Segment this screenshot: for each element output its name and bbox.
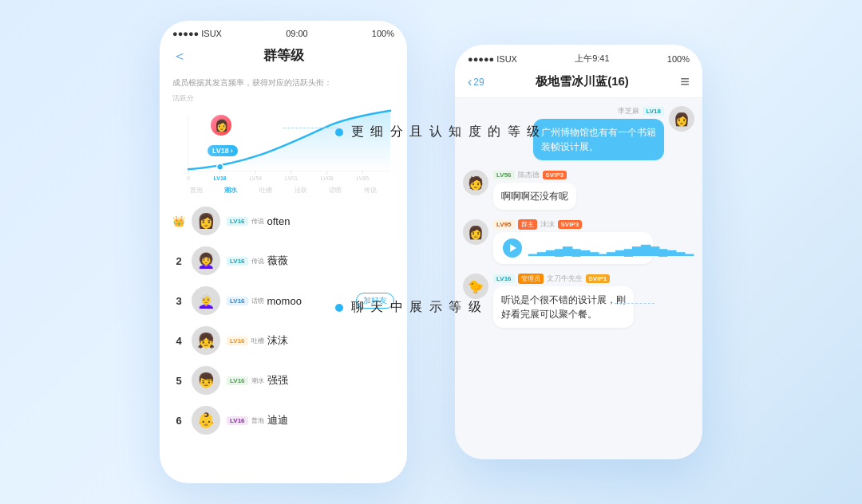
- user-avatar: 👧: [192, 326, 220, 355]
- chat-back-count: 29: [473, 77, 484, 88]
- svg-text:0: 0: [187, 175, 190, 181]
- svg-point-2: [217, 163, 223, 170]
- msg-content: LV95 群主 沫沫 SVIP3 ▁▂▃▄▅▄▃▂▁▂▃▄▅▆▅▄▃▂▁ 58": [493, 219, 653, 264]
- vip-badge: SVIP3: [558, 220, 583, 229]
- level-name: 吐槽: [251, 337, 264, 345]
- user-name: momoo: [267, 295, 302, 307]
- chart-lv-badge: LV18 ›: [208, 145, 238, 156]
- msg-meta: LV95 群主 沫沫 SVIP3: [493, 219, 653, 230]
- rank-number: 2: [172, 255, 185, 267]
- message-row-self: 👩 LV18 李芝麻 广州博物馆也有有一个书籍装帧设计展。: [463, 106, 694, 160]
- svg-text:LV01: LV01: [285, 175, 298, 181]
- msg-avatar: 🧑: [463, 170, 488, 195]
- chat-menu-button[interactable]: ≡: [680, 73, 690, 91]
- user-name: often: [267, 215, 291, 227]
- user-avatar: 👩‍🦱: [192, 246, 220, 275]
- rank-number: 3: [172, 295, 185, 307]
- user-avatar: 👩: [192, 207, 220, 235]
- vip-badge: SVIP3: [543, 171, 567, 179]
- chat-back-button[interactable]: ‹ 29: [468, 75, 484, 89]
- user-info: LV16 潮水 强强: [227, 373, 394, 388]
- left-phone: ●●●●● ISUX 09:00 100% ＜ 群等级 成员根据其发言频率，获得…: [160, 21, 407, 483]
- battery-left: 100%: [372, 29, 394, 38]
- message-bubble: 广州博物馆也有有一个书籍装帧设计展。: [533, 119, 664, 160]
- user-info: LV16 吐槽 沫沫: [227, 333, 394, 348]
- rank-list: 👑 👩 LV16 传说 often 2 👩‍🦱 LV16 传说 薇薇: [160, 198, 407, 483]
- msg-username: 文刀牛先生: [547, 274, 583, 284]
- user-info: LV16 话唠 momoo: [227, 295, 350, 307]
- msg-username: 沫沫: [540, 219, 555, 230]
- list-item: 3 👩‍🦳 LV16 话唠 momoo 加好友: [160, 281, 407, 321]
- message-row-other: 🧑 LV56 陈杰德 SVIP3 啊啊啊还没有呢: [463, 170, 694, 210]
- lv-tag: LV16: [227, 337, 248, 345]
- user-avatar: 👦: [192, 366, 220, 395]
- msg-avatar: 👩: [463, 219, 488, 245]
- battery-right: 100%: [667, 54, 690, 64]
- level-name: 传说: [251, 217, 264, 226]
- list-item: 5 👦 LV16 潮水 强强: [160, 360, 407, 400]
- svg-text:LV08: LV08: [321, 175, 334, 181]
- svg-text:LV85: LV85: [356, 175, 369, 181]
- msg-content: LV16 管理员 文刀牛先生 SVIP1 听说是个很不错的设计展，刚好看完展可以…: [493, 274, 634, 328]
- voice-message[interactable]: ▁▂▃▄▅▄▃▂▁▂▃▄▅▆▅▄▃▂▁ 58": [493, 232, 653, 264]
- lv-tag: LV16: [227, 416, 248, 425]
- user-name: 沫沫: [267, 333, 288, 348]
- user-name: 迪迪: [267, 413, 288, 427]
- vip-badge: SVIP1: [586, 274, 611, 283]
- back-arrow-icon: ‹: [468, 75, 472, 89]
- chat-messages: 👩 LV18 李芝麻 广州博物馆也有有一个书籍装帧设计展。 🧑 LV56 陈杰德: [455, 98, 702, 459]
- msg-meta: LV56 陈杰德 SVIP3: [493, 170, 576, 180]
- level-name: 传说: [251, 257, 264, 266]
- back-button-left[interactable]: ＜: [172, 46, 187, 65]
- msg-username: 李芝麻: [618, 106, 639, 116]
- msg-avatar: 🐤: [463, 274, 488, 299]
- play-button[interactable]: [503, 238, 522, 258]
- right-phone: ●●●●● ISUX 上午9:41 100% ‹ 29 极地雪冰川蓝(16) ≡…: [455, 45, 702, 459]
- page-title-left: 群等级: [263, 46, 304, 65]
- message-bubble: 听说是个很不错的设计展，刚好看完展可以聚个餐。: [493, 286, 634, 328]
- list-item: 2 👩‍🦱 LV16 传说 薇薇: [160, 241, 407, 281]
- msg-meta: LV18 李芝麻: [533, 106, 664, 116]
- msg-lv-tag: LV56: [493, 171, 515, 179]
- chat-title: 极地雪冰川蓝(16): [491, 74, 674, 89]
- msg-avatar: 👩: [669, 106, 694, 132]
- rank-number: 6: [172, 415, 185, 427]
- svg-text:LV54: LV54: [249, 175, 262, 181]
- add-friend-button[interactable]: 加好友: [356, 293, 394, 309]
- chart-x-categories: 普泡 潮水 吐槽 活跃 话唠 传说: [172, 186, 394, 195]
- message-row-other: 🐤 LV16 管理员 文刀牛先生 SVIP1 听说是个很不错的设计展，刚好看完展…: [463, 274, 694, 328]
- chat-nav-bar: ‹ 29 极地雪冰川蓝(16) ≡: [455, 68, 702, 98]
- voice-waveform: ▁▂▃▄▅▄▃▂▁▂▃▄▅▆▅▄▃▂▁: [528, 241, 693, 256]
- msg-username: 陈杰德: [518, 170, 540, 180]
- group-role-badge: 群主: [518, 219, 537, 230]
- lv-tag: LV16: [227, 257, 248, 266]
- list-item: 6 👶 LV16 普泡 迪迪: [160, 400, 407, 440]
- user-info: LV16 传说 often: [227, 215, 394, 227]
- msg-content: LV18 李芝麻 广州博物馆也有有一个书籍装帧设计展。: [533, 106, 664, 160]
- chart-y-label: 活跃分: [172, 93, 394, 104]
- svg-text:LV18: LV18: [214, 175, 227, 181]
- chart-container: 0 LV18 LV54 LV01 LV08 LV85 👩: [172, 105, 394, 185]
- chart-svg: 0 LV18 LV54 LV01 LV08 LV85: [172, 105, 394, 185]
- message-row-voice: 👩 LV95 群主 沫沫 SVIP3 ▁▂▃▄▅▄▃▂▁▂▃▄▅▆▅▄▃▂▁ 5…: [463, 219, 694, 264]
- lv-tag: LV16: [227, 297, 248, 305]
- rank-number: 5: [172, 375, 185, 387]
- msg-lv-tag: LV16: [493, 274, 515, 283]
- chart-description: 成员根据其发言频率，获得对应的活跃头衔：: [172, 77, 394, 89]
- crown-icon: 👑: [172, 215, 185, 227]
- level-name: 潮水: [251, 376, 264, 385]
- lv-tag: LV16: [227, 376, 248, 385]
- user-name: 强强: [267, 373, 288, 388]
- user-avatar: 👶: [192, 406, 220, 435]
- user-info: LV16 普泡 迪迪: [227, 413, 394, 427]
- msg-lv-tag: LV18: [643, 107, 664, 116]
- msg-meta: LV16 管理员 文刀牛先生 SVIP1: [493, 274, 634, 284]
- nav-bar-left: ＜ 群等级: [160, 41, 407, 71]
- rank-number: 4: [172, 335, 185, 347]
- list-item: 👑 👩 LV16 传说 often: [160, 201, 407, 241]
- time-left: 09:00: [286, 29, 308, 38]
- user-name: 薇薇: [267, 254, 288, 268]
- time-right: 上午9:41: [575, 53, 609, 65]
- msg-content: LV56 陈杰德 SVIP3 啊啊啊还没有呢: [493, 170, 576, 210]
- message-bubble: 啊啊啊还没有呢: [493, 183, 576, 210]
